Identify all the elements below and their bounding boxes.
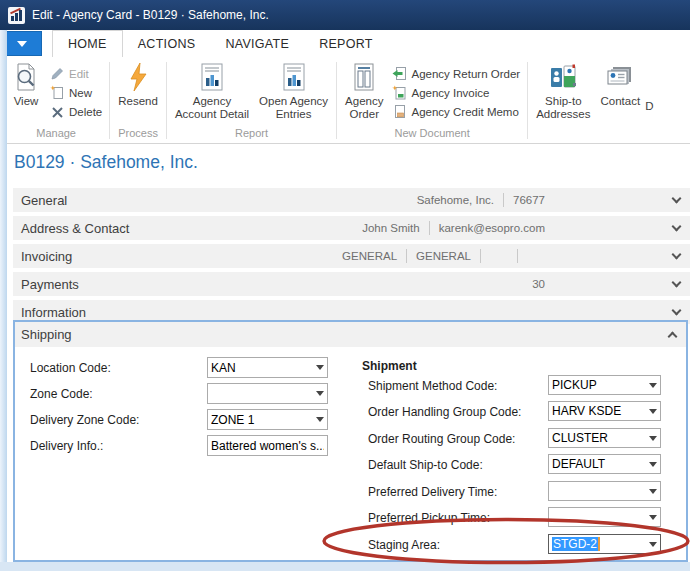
fasttab-address-contact[interactable]: Address & Contact John Smith karenk@esop… <box>13 216 690 240</box>
location-code-field[interactable]: KAN <box>207 357 328 378</box>
tab-navigate[interactable]: NAVIGATE <box>210 30 304 57</box>
ribbon-group-process: Resend Process <box>113 60 163 142</box>
text-cursor <box>598 537 600 551</box>
chevron-down-icon <box>672 250 682 260</box>
fasttab-general[interactable]: General Safehome, Inc. 76677 <box>13 188 690 212</box>
ribbon-separator <box>336 62 337 139</box>
delivery-info-label: Delivery Info.: <box>30 439 103 453</box>
order-handling-group-code-field[interactable]: HARV KSDE <box>548 401 661 421</box>
preferred-delivery-time-field[interactable] <box>548 481 661 501</box>
titlebar: Edit - Agency Card - B0129 · Safehome, I… <box>0 0 690 30</box>
delete-button[interactable]: Delete <box>46 102 106 121</box>
resend-button[interactable]: Resend <box>113 60 163 110</box>
contact-card-icon <box>605 62 635 92</box>
agency-card-window: Edit - Agency Card - B0129 · Safehome, I… <box>0 0 690 571</box>
group-label-process: Process <box>113 126 163 142</box>
shipment-method-code-field[interactable]: PICKUP <box>548 375 661 395</box>
summary-value: 30 <box>532 278 545 290</box>
new-button[interactable]: New <box>46 83 106 102</box>
ribbon-group-new-document: Agency Order Agency Return Order <box>340 60 524 142</box>
report-chart-icon <box>197 62 227 92</box>
tab-report[interactable]: REPORT <box>304 30 388 57</box>
ribbon-group-report: Agency Account Detail Open Agency <box>170 60 333 142</box>
open-agency-entries-button[interactable]: Open Agency Entries <box>254 60 333 123</box>
lightning-icon <box>123 62 153 92</box>
contact-button[interactable]: Contact <box>595 60 645 110</box>
summary-divider <box>480 249 481 263</box>
group-label-manage: Manage <box>6 126 106 142</box>
summary-divider <box>503 193 504 207</box>
summary-value: GENERAL <box>416 250 471 262</box>
location-code-label: Location Code: <box>30 361 111 375</box>
dropdown-arrow-icon[interactable] <box>649 542 657 547</box>
new-page-icon <box>50 85 65 100</box>
window-frame-bottom <box>0 562 690 571</box>
group-label-contacts <box>531 126 653 142</box>
order-routing-group-code-field[interactable]: CLUSTER <box>548 428 661 448</box>
agency-credit-memo-button[interactable]: Agency Credit Memo <box>388 102 524 121</box>
fasttab-payments[interactable]: Payments 30 <box>13 272 690 296</box>
dropdown-arrow-icon[interactable] <box>649 489 657 494</box>
agency-return-order-button[interactable]: Agency Return Order <box>388 64 524 83</box>
dropdown-arrow-icon[interactable] <box>649 409 657 414</box>
ribbon-group-contacts: Ship-to Addresses C <box>531 60 653 142</box>
return-order-icon <box>392 66 407 81</box>
ribbon-separator <box>166 62 167 139</box>
fasttab-shipping-header[interactable]: Shipping <box>15 322 686 347</box>
preferred-delivery-time-label: Preferred Delivery Time: <box>368 485 497 499</box>
page-title: B0129 · Safehome, Inc. <box>14 152 198 173</box>
report-chart-icon <box>279 62 309 92</box>
summary-divider <box>429 221 430 235</box>
dropdown-arrow-icon[interactable] <box>649 383 657 388</box>
summary-value: 76677 <box>513 194 545 206</box>
agency-account-detail-button[interactable]: Agency Account Detail <box>170 60 254 123</box>
summary-divider <box>517 249 518 263</box>
ribbon-separator <box>527 62 528 139</box>
order-routing-group-code-label: Order Routing Group Code: <box>368 432 515 446</box>
edit-button[interactable]: Edit <box>46 64 106 83</box>
delivery-zone-code-label: Delivery Zone Code: <box>30 413 139 427</box>
ship-to-addresses-button[interactable]: Ship-to Addresses <box>531 60 595 123</box>
default-ship-to-code-label: Default Ship-to Code: <box>368 458 483 472</box>
delivery-info-field[interactable]: Battered women's s... <box>207 435 328 456</box>
zone-code-field[interactable] <box>207 383 328 404</box>
delete-x-icon <box>50 104 65 119</box>
summary-value: Safehome, Inc. <box>417 194 494 206</box>
view-button[interactable]: View <box>6 60 46 110</box>
chevron-down-icon <box>17 41 27 47</box>
tab-home[interactable]: HOME <box>52 30 123 57</box>
staging-area-field[interactable]: STGD-2 <box>548 534 661 554</box>
fasttab-invoicing[interactable]: Invoicing GENERAL GENERAL <box>13 244 690 268</box>
dropdown-arrow-icon[interactable] <box>316 417 324 422</box>
summary-value: John Smith <box>362 222 420 234</box>
chevron-up-icon <box>668 332 678 342</box>
chevron-down-icon <box>672 194 682 204</box>
document-icon <box>349 62 379 92</box>
chevron-down-icon <box>672 306 682 316</box>
agency-order-button[interactable]: Agency Order <box>340 60 388 123</box>
summary-value: karenk@esopro.com <box>439 222 545 234</box>
view-icon <box>11 62 41 92</box>
dropdown-arrow-icon[interactable] <box>316 365 324 370</box>
ribbon-group-manage: View Edit <box>6 60 106 142</box>
shipment-group-heading: Shipment <box>362 359 417 373</box>
default-ship-to-code-field[interactable]: DEFAULT <box>548 454 661 474</box>
agency-invoice-button[interactable]: Agency Invoice <box>388 83 524 102</box>
staging-area-label: Staging Area: <box>368 538 440 552</box>
tab-actions[interactable]: ACTIONS <box>123 30 211 57</box>
group-label-new-document: New Document <box>340 126 524 142</box>
window-frame-left <box>0 30 7 571</box>
delivery-zone-code-field[interactable]: ZONE 1 <box>207 409 328 430</box>
dropdown-arrow-icon[interactable] <box>649 462 657 467</box>
selected-text: STGD-2 <box>552 537 598 552</box>
chevron-down-icon <box>672 278 682 288</box>
shipment-method-code-label: Shipment Method Code: <box>368 379 497 393</box>
edit-pencil-icon <box>50 66 65 81</box>
summary-divider <box>406 249 407 263</box>
dropdown-arrow-icon[interactable] <box>649 436 657 441</box>
dropdown-arrow-icon[interactable] <box>649 515 657 520</box>
dropdown-arrow-icon[interactable] <box>316 391 324 396</box>
application-menu-button[interactable] <box>2 31 42 56</box>
preferred-pickup-time-field[interactable] <box>548 507 661 527</box>
cutoff-button[interactable]: D <box>645 60 653 112</box>
